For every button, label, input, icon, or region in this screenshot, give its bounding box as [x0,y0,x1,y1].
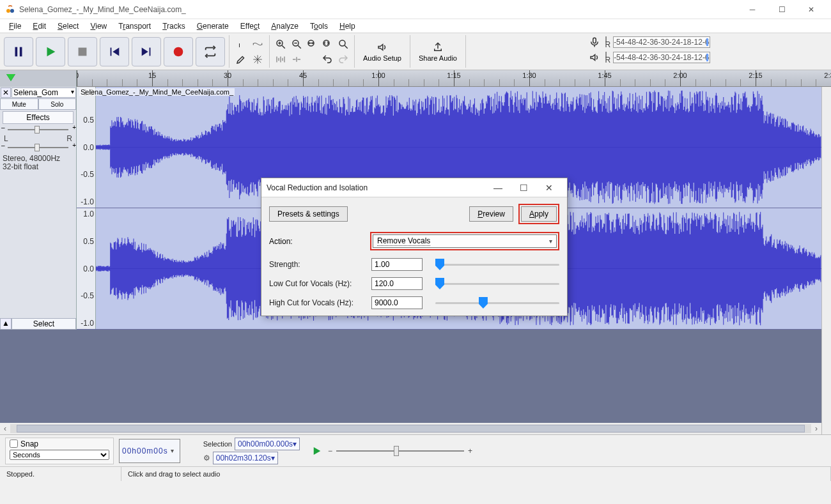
svg-rect-5 [79,47,87,56]
zoom-in-button[interactable] [274,37,288,51]
track-close-button[interactable]: ✕ [1,88,11,98]
share-audio-label: Share Audio [419,54,457,62]
audio-setup-button[interactable]: Audio Setup [359,37,406,66]
menu-edit[interactable]: Edit [27,20,51,32]
play-at-speed-button[interactable] [310,444,324,458]
menu-analyze[interactable]: Analyze [266,20,304,32]
action-select[interactable]: Remove Vocals ▾ [373,234,557,248]
pan-slider[interactable] [4,144,72,151]
lowcut-input[interactable] [371,277,423,290]
trim-button[interactable] [274,52,288,66]
pause-button[interactable] [4,37,33,66]
selection-gear-icon[interactable]: ⚙ [203,454,210,462]
track-select-button[interactable]: Select [12,318,76,330]
menu-generate[interactable]: Generate [192,20,234,32]
highcut-input[interactable] [371,296,423,309]
record-meter-mic-icon[interactable] [587,36,602,49]
zoom-out-button[interactable] [289,37,303,51]
action-label: Action: [269,237,365,246]
vertical-scrollbar[interactable] [821,87,831,434]
play-meter-speaker-icon[interactable] [587,51,602,64]
scroll-left-icon[interactable]: ‹ [0,424,10,433]
speed-slider[interactable] [336,448,464,454]
scroll-right-icon[interactable]: › [811,424,821,433]
timecode-dropdown-icon[interactable]: ▾ [168,447,177,454]
svg-marker-8 [142,47,148,56]
snap-units-select[interactable]: Seconds [10,450,109,460]
play-meter[interactable]: -54-48-42-36-30-24-18-12-6 [613,52,710,63]
menu-transport[interactable]: Transport [113,20,156,32]
setup-toolbar: Audio Setup [354,35,406,68]
fit-project-button[interactable] [320,37,334,51]
lowcut-label: Low Cut for Vocals (Hz): [269,279,365,288]
selection-start-timecode[interactable]: 00h00m00.000s▾ [235,438,300,450]
menu-view[interactable]: View [85,20,112,32]
menu-select[interactable]: Select [52,20,84,32]
mute-button[interactable]: Mute [0,98,38,110]
clip-name-label: Selena_Gomez_-_My_Mind_Me_CeeNaija.com_ [79,88,235,96]
window-maximize-button[interactable]: ☐ [767,0,796,19]
skip-end-button[interactable] [132,37,161,66]
chevron-down-icon: ▾ [549,238,552,245]
menu-file[interactable]: File [4,20,26,32]
strength-input[interactable] [371,258,423,271]
dialog-maximize-button[interactable]: ☐ [511,183,536,193]
horizontal-scrollbar[interactable]: ‹ › [0,423,821,434]
menu-help[interactable]: Help [334,20,361,32]
apply-button[interactable]: Apply [521,206,557,222]
loop-button[interactable] [196,37,225,66]
strength-slider[interactable] [435,259,559,270]
track-control-panel: ✕ Selena_Gom Mute Solo Effects LR Stereo… [0,87,77,330]
dialog-close-button[interactable]: ✕ [536,183,562,193]
fit-selection-button[interactable] [305,37,319,51]
dialog-title: Vocal Reduction and Isolation [267,183,485,192]
tools-toolbar: I [229,35,265,68]
share-audio-button[interactable]: Share Audio [414,37,462,66]
timeline-ruler[interactable]: 01530451:001:151:301:452:002:152:30 [77,70,831,87]
record-meter[interactable]: -54-48-42-36-30-24-18-12-6 [613,36,710,48]
svg-rect-38 [593,38,596,43]
window-minimize-button[interactable]: ─ [738,0,767,19]
lowcut-slider[interactable] [435,278,559,289]
blank-button [305,52,319,66]
selection-tool-button[interactable]: I [233,37,249,51]
dialog-minimize-button[interactable]: — [485,183,511,193]
undo-button[interactable] [320,52,334,66]
draw-tool-button[interactable] [233,52,249,66]
skip-start-button[interactable] [100,37,129,66]
play-button[interactable] [36,37,65,66]
svg-point-28 [339,40,345,46]
presets-button[interactable]: Presets & settings [269,206,348,222]
main-timecode[interactable]: 00h00m00s▾ [119,439,180,463]
zoom-toggle-button[interactable] [336,37,350,51]
stop-button[interactable] [68,37,97,66]
menu-tracks[interactable]: Tracks [157,20,190,32]
window-title: Selena_Gomez_-_My_Mind_Me_CeeNaija.com_ [19,5,738,14]
envelope-tool-button[interactable] [250,37,265,51]
playhead-icon[interactable] [6,74,15,81]
silence-button[interactable] [289,52,303,66]
highcut-slider[interactable] [435,297,559,309]
highcut-label: High Cut for Vocals (Hz): [269,298,365,307]
menu-effect[interactable]: Effect [235,20,265,32]
snap-checkbox[interactable]: Snap [10,439,109,448]
effects-button[interactable]: Effects [3,111,74,124]
gain-slider[interactable] [4,126,72,133]
dialog-titlebar[interactable]: Vocal Reduction and Isolation — ☐ ✕ [261,178,567,197]
redo-button[interactable] [336,52,350,66]
window-close-button[interactable]: ✕ [796,0,826,19]
selection-end-timecode[interactable]: 00h02m30.120s▾ [213,452,278,464]
svg-point-10 [174,47,183,56]
snap-panel: Snap Seconds [5,438,114,464]
track-name-dropdown[interactable]: Selena_Gom [12,88,76,98]
preview-button[interactable]: Preview [469,206,513,222]
record-button[interactable] [164,37,193,66]
multi-tool-button[interactable] [250,52,265,66]
svg-line-29 [345,45,348,49]
svg-point-0 [6,9,10,13]
svg-rect-6 [111,47,112,56]
menu-tools[interactable]: Tools [305,20,333,32]
collapse-button[interactable]: ▲ [0,318,12,330]
svg-line-21 [298,45,301,49]
solo-button[interactable]: Solo [38,98,77,110]
